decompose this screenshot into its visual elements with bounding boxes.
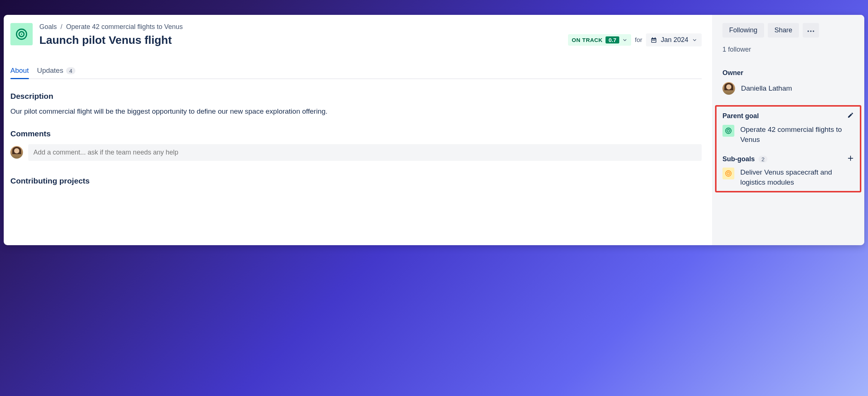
parent-goal-item[interactable]: Operate 42 commercial flights to Venus bbox=[722, 125, 854, 145]
goal-target-icon bbox=[10, 23, 33, 45]
tab-about[interactable]: About bbox=[10, 64, 29, 78]
parent-goal-name: Operate 42 commercial flights to Venus bbox=[740, 125, 854, 145]
updates-count-badge: 4 bbox=[66, 67, 75, 74]
current-user-avatar bbox=[10, 146, 23, 159]
calendar-icon bbox=[650, 37, 657, 43]
svg-rect-5 bbox=[655, 37, 656, 39]
status-label: ON TRACK bbox=[572, 37, 603, 43]
owner-label: Owner bbox=[722, 69, 854, 77]
parent-goal-label-row: Parent goal bbox=[722, 112, 854, 120]
add-subgoal-button[interactable] bbox=[847, 155, 854, 163]
goal-target-icon bbox=[722, 168, 734, 179]
target-date: Jan 2024 bbox=[661, 36, 688, 44]
svg-point-18 bbox=[728, 173, 729, 174]
page-title: Launch pilot Venus flight bbox=[39, 34, 183, 46]
comment-composer bbox=[10, 144, 702, 161]
tab-updates[interactable]: Updates 4 bbox=[37, 64, 75, 78]
owner-name: Daniella Latham bbox=[741, 84, 792, 92]
svg-rect-9 bbox=[655, 40, 655, 40]
svg-point-11 bbox=[810, 30, 812, 32]
svg-point-10 bbox=[807, 30, 809, 32]
tabs: About Updates 4 bbox=[10, 64, 702, 79]
svg-rect-8 bbox=[653, 40, 654, 40]
svg-point-2 bbox=[21, 33, 22, 35]
subgoals-label-left: Sub-goals 2 bbox=[722, 155, 767, 163]
sidebar: Following Share 1 follower Owner Daniell… bbox=[712, 15, 864, 245]
svg-point-12 bbox=[813, 30, 814, 32]
description-text: Our pilot commercial flight will be the … bbox=[10, 107, 702, 117]
plus-icon bbox=[847, 155, 854, 162]
subgoals-label: Sub-goals bbox=[722, 155, 755, 163]
pencil-icon bbox=[847, 112, 854, 119]
subgoal-item[interactable]: Deliver Venus spacecraft and logistics m… bbox=[722, 168, 854, 187]
title-block: Goals / Operate 42 commercial flights to… bbox=[39, 23, 183, 46]
status-chip[interactable]: ON TRACK 0.7 bbox=[568, 34, 631, 46]
subgoals-count-badge: 2 bbox=[758, 156, 767, 163]
goal-detail-card: Goals / Operate 42 commercial flights to… bbox=[4, 15, 864, 245]
target-date-chip[interactable]: Jan 2024 bbox=[646, 33, 702, 46]
subgoals-label-row: Sub-goals 2 bbox=[722, 155, 854, 163]
svg-rect-7 bbox=[652, 40, 653, 40]
description-heading: Description bbox=[10, 92, 702, 101]
comment-input[interactable] bbox=[28, 144, 702, 161]
goal-target-icon bbox=[722, 125, 734, 137]
subgoal-name: Deliver Venus spacecraft and logistics m… bbox=[740, 168, 854, 187]
owner-row[interactable]: Daniella Latham bbox=[722, 82, 854, 95]
breadcrumb-parent[interactable]: Operate 42 commercial flights to Venus bbox=[66, 23, 183, 31]
header-row: Goals / Operate 42 commercial flights to… bbox=[10, 23, 702, 46]
goals-hierarchy-highlight: Parent goal Operate 42 commercial flight… bbox=[715, 105, 861, 192]
more-icon bbox=[807, 30, 815, 32]
sidebar-actions: Following Share bbox=[722, 23, 854, 38]
status-score: 0.7 bbox=[606, 36, 619, 43]
share-button[interactable]: Share bbox=[768, 23, 799, 38]
followers-count: 1 follower bbox=[722, 46, 854, 53]
header-meta: ON TRACK 0.7 for Jan 2024 bbox=[568, 33, 702, 46]
chevron-down-icon bbox=[692, 38, 697, 43]
following-button[interactable]: Following bbox=[722, 23, 764, 38]
main-content: Goals / Operate 42 commercial flights to… bbox=[4, 15, 712, 245]
for-label: for bbox=[635, 36, 642, 44]
svg-point-15 bbox=[728, 130, 729, 131]
contributing-projects-heading: Contributing projects bbox=[10, 176, 702, 185]
breadcrumb: Goals / Operate 42 commercial flights to… bbox=[39, 23, 183, 31]
breadcrumb-separator: / bbox=[61, 23, 62, 31]
more-actions-button[interactable] bbox=[803, 23, 819, 38]
edit-parent-goal-button[interactable] bbox=[847, 112, 854, 120]
svg-rect-4 bbox=[652, 37, 653, 39]
chevron-down-icon bbox=[622, 38, 627, 43]
breadcrumb-root[interactable]: Goals bbox=[39, 23, 57, 31]
comments-heading: Comments bbox=[10, 129, 702, 138]
owner-avatar bbox=[722, 82, 735, 95]
parent-goal-label: Parent goal bbox=[722, 112, 759, 120]
tab-updates-label: Updates bbox=[37, 66, 63, 75]
